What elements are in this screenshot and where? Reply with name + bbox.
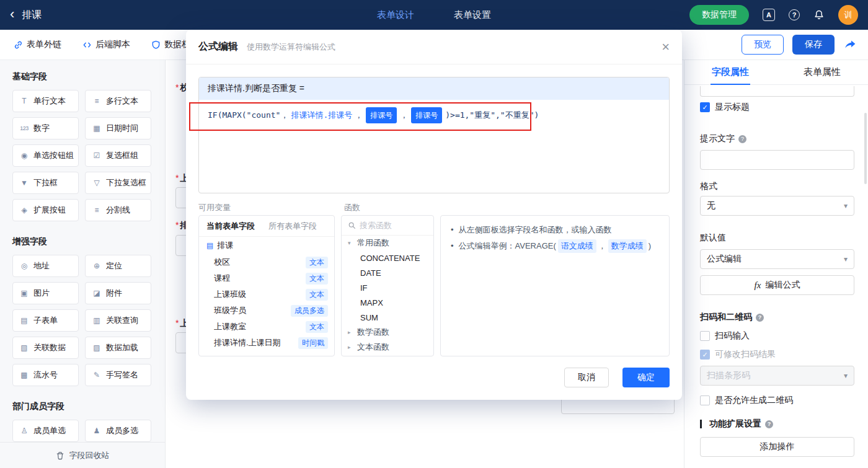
field-radio-group-button[interactable]: ◉单选按钮组 (12, 144, 79, 167)
field-location-button[interactable]: ⊕定位 (85, 255, 151, 277)
chevron-down-icon: ▾ (844, 201, 848, 210)
form-external-link-item[interactable]: 表单外链 (14, 39, 61, 50)
data-permission-item[interactable]: 数据权 (151, 39, 190, 50)
data-manage-button[interactable]: 数据管理 (689, 5, 749, 25)
location-icon: ⊕ (91, 262, 102, 270)
fx-icon: fx (755, 280, 761, 291)
field-data-load-button[interactable]: ▨数据加载 (85, 337, 151, 359)
field-image-button[interactable]: ▣图片 (12, 282, 79, 304)
format-label: 格式 (700, 181, 717, 192)
help-icon[interactable]: ? (789, 9, 800, 20)
share-icon[interactable] (843, 38, 857, 51)
notification-bell-icon[interactable] (813, 9, 825, 20)
variable-item[interactable]: 校区文本 (199, 254, 334, 270)
translate-icon[interactable]: A (763, 9, 775, 21)
linked-data-icon: ▧ (19, 343, 30, 352)
field-datetime-button[interactable]: ▦日期时间 (85, 117, 151, 139)
required-mark: * (175, 173, 179, 183)
variable-item[interactable]: 课程文本 (199, 270, 334, 286)
edit-formula-button[interactable]: fx 编辑公式 (700, 275, 854, 295)
calendar-icon: ▦ (91, 124, 102, 133)
field-recycle-bin[interactable]: 字段回收站 (0, 442, 165, 468)
function-item[interactable]: SUM (342, 310, 433, 325)
field-linked-data-button[interactable]: ▧关联数据 (12, 337, 79, 359)
tab-current-form-fields[interactable]: 当前表单字段 (206, 221, 255, 232)
scan-input-checkbox[interactable] (700, 331, 710, 341)
topbar: ‹ 排课 表单设计 表单设置 数据管理 A ? 训 (0, 0, 868, 30)
field-divider-button[interactable]: ≡分割线 (85, 199, 151, 221)
function-item[interactable]: IF (342, 280, 433, 295)
field-multi-line-text-button[interactable]: ≡多行文本 (85, 90, 151, 112)
field-signature-button[interactable]: ✎手写签名 (85, 364, 151, 386)
tab-form-design[interactable]: 表单设计 (377, 9, 414, 21)
default-value-select[interactable]: 公式编辑 ▾ (700, 249, 854, 269)
field-single-line-text-button[interactable]: T单行文本 (12, 90, 79, 112)
modal-title: 公式编辑 (198, 40, 238, 53)
tab-field-properties[interactable]: 字段属性 (684, 60, 776, 84)
divider-icon: ≡ (91, 206, 102, 214)
help-question-icon[interactable]: ? (756, 314, 764, 322)
field-extend-button-button[interactable]: ◈扩展按钮 (12, 199, 79, 221)
formula-field-ref[interactable]: 排课详情.排课号 (291, 108, 352, 123)
format-select[interactable]: 无 ▾ (700, 196, 854, 216)
field-type-tag: 时间戳 (298, 337, 328, 349)
hint-text-input[interactable] (700, 150, 854, 170)
field-attachment-button[interactable]: ◪附件 (85, 282, 151, 304)
field-number-button[interactable]: 123数字 (12, 117, 79, 139)
formula-edit-modal: 公式编辑 使用数学运算符编辑公式 × 排课详情.判断是否重复 = IF(MAPX… (186, 30, 682, 400)
function-group-math[interactable]: ▸ 数学函数 (342, 325, 433, 340)
field-member-single-button[interactable]: ♙成员单选 (12, 420, 79, 442)
cancel-button[interactable]: 取消 (564, 368, 609, 387)
code-icon (82, 40, 92, 50)
variable-item[interactable]: 排课详情.上课日期时间戳 (199, 335, 334, 351)
hint-text-label: 提示文字 ? (700, 133, 746, 144)
add-action-button[interactable]: 添加操作 (700, 437, 854, 457)
close-icon[interactable]: × (662, 40, 670, 54)
show-title-checkbox[interactable]: ✓ (700, 102, 710, 112)
input-partial[interactable] (700, 86, 854, 97)
function-group-text[interactable]: ▸ 文本函数 (342, 340, 433, 355)
save-button[interactable]: 保存 (792, 35, 835, 55)
formula-field-chip[interactable]: 排课号 (411, 107, 442, 123)
field-checkbox-group-button[interactable]: ☑复选框组 (85, 144, 151, 167)
formula-field-chip[interactable]: 排课号 (366, 107, 397, 123)
formula-input-area[interactable]: IF(MAPX("count"， 排课详情.排课号 ， 排课号 ， 排课号 )>… (199, 100, 669, 131)
show-title-row[interactable]: ✓ 显示标题 (700, 102, 854, 113)
function-item[interactable]: DATE (342, 265, 433, 280)
field-address-button[interactable]: ◎地址 (12, 255, 79, 277)
field-dropdown-multi-button[interactable]: ▽下拉复选框 (85, 172, 151, 194)
back-icon[interactable]: ‹ (10, 7, 14, 21)
field-type-tag: 文本 (306, 273, 328, 285)
extension-section-title: 功能扩展设置 ? (700, 418, 773, 430)
help-question-icon[interactable]: ? (738, 135, 746, 143)
help-question-icon[interactable]: ? (765, 420, 773, 428)
form-external-link-label: 表单外链 (27, 39, 61, 50)
backend-script-item[interactable]: 后端脚本 (82, 39, 130, 50)
variable-item[interactable]: 上课班级文本 (199, 286, 334, 302)
field-dropdown-button[interactable]: ▼下拉框 (12, 172, 79, 194)
variable-item[interactable]: 班级学员成员多选 (199, 302, 334, 319)
confirm-button[interactable]: 确定 (622, 368, 670, 387)
field-member-multi-button[interactable]: ♟成员多选 (85, 420, 151, 442)
allow-qrcode-row[interactable]: 是否允许生成二维码 (700, 395, 854, 406)
avatar[interactable]: 训 (838, 5, 858, 25)
function-group-common[interactable]: ▾ 常用函数 (342, 236, 433, 250)
tab-all-form-fields[interactable]: 所有表单字段 (268, 221, 317, 232)
field-serial-number-button[interactable]: ▩流水号 (12, 364, 79, 386)
function-item[interactable]: CONCATENATE (342, 250, 433, 265)
variable-item[interactable]: 上课教室文本 (199, 319, 334, 335)
function-search[interactable] (342, 216, 433, 236)
field-lookup-button[interactable]: ▥关联查询 (85, 309, 151, 332)
scrollbar-thumb[interactable] (864, 113, 867, 184)
function-search-input[interactable] (360, 221, 422, 230)
checkbox-icon: ☑ (91, 151, 102, 160)
member-single-icon: ♙ (19, 426, 30, 435)
allow-qrcode-checkbox[interactable] (700, 395, 710, 405)
tab-form-properties[interactable]: 表单属性 (776, 60, 868, 84)
variables-tree-root[interactable]: ▤ 排课 (199, 237, 334, 254)
scan-input-row[interactable]: 扫码输入 (700, 330, 854, 342)
function-item[interactable]: MAPX (342, 295, 433, 310)
tab-form-settings[interactable]: 表单设置 (454, 9, 491, 21)
preview-button[interactable]: 预览 (742, 35, 784, 55)
field-subform-button[interactable]: ▤子表单 (12, 309, 79, 332)
